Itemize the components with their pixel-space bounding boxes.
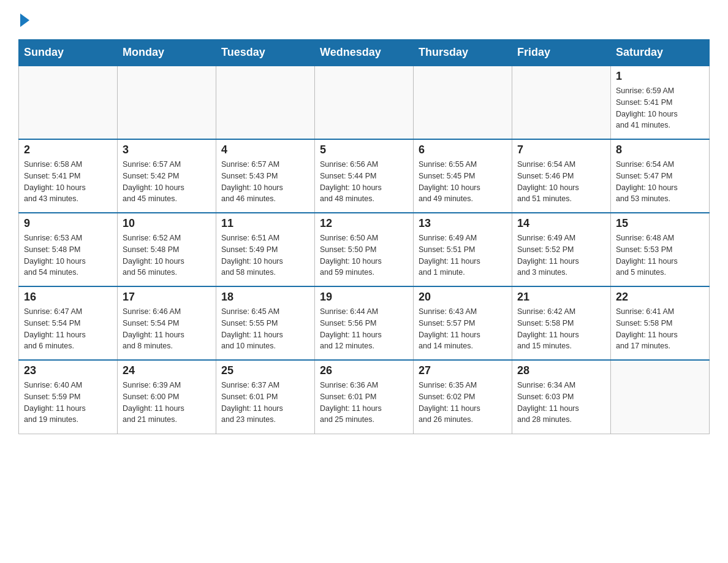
calendar-cell: 1Sunrise: 6:59 AM Sunset: 5:41 PM Daylig… (611, 66, 710, 139)
day-info: Sunrise: 6:42 AM Sunset: 5:58 PM Dayligh… (517, 306, 605, 352)
calendar-cell: 11Sunrise: 6:51 AM Sunset: 5:49 PM Dayli… (216, 213, 315, 286)
day-number: 16 (24, 291, 112, 304)
day-number: 6 (419, 144, 507, 156)
calendar-cell: 26Sunrise: 6:36 AM Sunset: 6:01 PM Dayli… (315, 360, 414, 434)
day-number: 14 (517, 217, 605, 230)
calendar-cell (611, 360, 710, 434)
calendar-cell: 7Sunrise: 6:54 AM Sunset: 5:46 PM Daylig… (512, 139, 611, 213)
weekday-header-row: SundayMondayTuesdayWednesdayThursdayFrid… (19, 40, 710, 66)
day-info: Sunrise: 6:35 AM Sunset: 6:02 PM Dayligh… (419, 380, 507, 426)
weekday-header-friday: Friday (512, 40, 611, 66)
day-info: Sunrise: 6:51 AM Sunset: 5:49 PM Dayligh… (221, 232, 309, 278)
day-number: 20 (419, 291, 507, 304)
day-info: Sunrise: 6:45 AM Sunset: 5:55 PM Dayligh… (221, 306, 309, 352)
calendar-cell: 17Sunrise: 6:46 AM Sunset: 5:54 PM Dayli… (118, 286, 216, 360)
calendar-cell: 12Sunrise: 6:50 AM Sunset: 5:50 PM Dayli… (315, 213, 414, 286)
calendar-cell: 9Sunrise: 6:53 AM Sunset: 5:48 PM Daylig… (19, 213, 118, 286)
day-info: Sunrise: 6:44 AM Sunset: 5:56 PM Dayligh… (320, 306, 408, 352)
day-info: Sunrise: 6:40 AM Sunset: 5:59 PM Dayligh… (24, 380, 112, 426)
weekday-header-thursday: Thursday (414, 40, 512, 66)
calendar-week-1: 1Sunrise: 6:59 AM Sunset: 5:41 PM Daylig… (19, 66, 710, 139)
day-number: 1 (616, 70, 704, 83)
calendar-cell (216, 66, 315, 139)
calendar-cell: 5Sunrise: 6:56 AM Sunset: 5:44 PM Daylig… (315, 139, 414, 213)
day-number: 28 (517, 364, 605, 377)
day-info: Sunrise: 6:58 AM Sunset: 5:41 PM Dayligh… (24, 159, 112, 205)
calendar-cell: 6Sunrise: 6:55 AM Sunset: 5:45 PM Daylig… (414, 139, 512, 213)
calendar-week-2: 2Sunrise: 6:58 AM Sunset: 5:41 PM Daylig… (19, 139, 710, 213)
day-number: 9 (24, 217, 112, 230)
day-number: 10 (123, 217, 211, 230)
day-info: Sunrise: 6:37 AM Sunset: 6:01 PM Dayligh… (221, 380, 309, 426)
calendar-table: SundayMondayTuesdayWednesdayThursdayFrid… (18, 39, 710, 434)
weekday-header-tuesday: Tuesday (216, 40, 315, 66)
weekday-header-sunday: Sunday (19, 40, 118, 66)
day-info: Sunrise: 6:47 AM Sunset: 5:54 PM Dayligh… (24, 306, 112, 352)
calendar-cell: 2Sunrise: 6:58 AM Sunset: 5:41 PM Daylig… (19, 139, 118, 213)
day-number: 24 (123, 364, 211, 377)
day-number: 2 (24, 144, 112, 156)
day-number: 15 (616, 217, 704, 230)
calendar-cell: 10Sunrise: 6:52 AM Sunset: 5:48 PM Dayli… (118, 213, 216, 286)
day-info: Sunrise: 6:49 AM Sunset: 5:51 PM Dayligh… (419, 232, 507, 278)
day-number: 18 (221, 291, 309, 304)
calendar-cell: 28Sunrise: 6:34 AM Sunset: 6:03 PM Dayli… (512, 360, 611, 434)
day-info: Sunrise: 6:41 AM Sunset: 5:58 PM Dayligh… (616, 306, 704, 352)
day-info: Sunrise: 6:52 AM Sunset: 5:48 PM Dayligh… (123, 232, 211, 278)
calendar-week-3: 9Sunrise: 6:53 AM Sunset: 5:48 PM Daylig… (19, 213, 710, 286)
day-number: 13 (419, 217, 507, 230)
day-info: Sunrise: 6:50 AM Sunset: 5:50 PM Dayligh… (320, 232, 408, 278)
day-number: 23 (24, 364, 112, 377)
calendar-cell: 20Sunrise: 6:43 AM Sunset: 5:57 PM Dayli… (414, 286, 512, 360)
calendar-cell: 16Sunrise: 6:47 AM Sunset: 5:54 PM Dayli… (19, 286, 118, 360)
day-info: Sunrise: 6:46 AM Sunset: 5:54 PM Dayligh… (123, 306, 211, 352)
calendar-cell: 4Sunrise: 6:57 AM Sunset: 5:43 PM Daylig… (216, 139, 315, 213)
day-info: Sunrise: 6:39 AM Sunset: 6:00 PM Dayligh… (123, 380, 211, 426)
day-number: 17 (123, 291, 211, 304)
calendar-cell: 21Sunrise: 6:42 AM Sunset: 5:58 PM Dayli… (512, 286, 611, 360)
day-number: 12 (320, 217, 408, 230)
day-info: Sunrise: 6:36 AM Sunset: 6:01 PM Dayligh… (320, 380, 408, 426)
day-number: 27 (419, 364, 507, 377)
calendar-cell: 25Sunrise: 6:37 AM Sunset: 6:01 PM Dayli… (216, 360, 315, 434)
page-header (18, 12, 710, 27)
calendar-cell: 15Sunrise: 6:48 AM Sunset: 5:53 PM Dayli… (611, 213, 710, 286)
logo (18, 12, 29, 27)
calendar-cell (118, 66, 216, 139)
calendar-cell (315, 66, 414, 139)
calendar-cell: 27Sunrise: 6:35 AM Sunset: 6:02 PM Dayli… (414, 360, 512, 434)
day-info: Sunrise: 6:43 AM Sunset: 5:57 PM Dayligh… (419, 306, 507, 352)
day-number: 7 (517, 144, 605, 156)
weekday-header-monday: Monday (118, 40, 216, 66)
day-number: 21 (517, 291, 605, 304)
calendar-cell: 14Sunrise: 6:49 AM Sunset: 5:52 PM Dayli… (512, 213, 611, 286)
calendar-cell (414, 66, 512, 139)
calendar-cell: 23Sunrise: 6:40 AM Sunset: 5:59 PM Dayli… (19, 360, 118, 434)
weekday-header-wednesday: Wednesday (315, 40, 414, 66)
calendar-cell (512, 66, 611, 139)
calendar-cell: 24Sunrise: 6:39 AM Sunset: 6:00 PM Dayli… (118, 360, 216, 434)
day-info: Sunrise: 6:57 AM Sunset: 5:43 PM Dayligh… (221, 159, 309, 205)
calendar-cell (19, 66, 118, 139)
day-info: Sunrise: 6:34 AM Sunset: 6:03 PM Dayligh… (517, 380, 605, 426)
day-info: Sunrise: 6:53 AM Sunset: 5:48 PM Dayligh… (24, 232, 112, 278)
calendar-cell: 8Sunrise: 6:54 AM Sunset: 5:47 PM Daylig… (611, 139, 710, 213)
day-number: 3 (123, 144, 211, 156)
day-number: 19 (320, 291, 408, 304)
day-info: Sunrise: 6:57 AM Sunset: 5:42 PM Dayligh… (123, 159, 211, 205)
logo-arrow-icon (20, 13, 29, 27)
day-number: 8 (616, 144, 704, 156)
calendar-week-4: 16Sunrise: 6:47 AM Sunset: 5:54 PM Dayli… (19, 286, 710, 360)
day-number: 22 (616, 291, 704, 304)
calendar-week-5: 23Sunrise: 6:40 AM Sunset: 5:59 PM Dayli… (19, 360, 710, 434)
day-info: Sunrise: 6:54 AM Sunset: 5:47 PM Dayligh… (616, 159, 704, 205)
day-info: Sunrise: 6:56 AM Sunset: 5:44 PM Dayligh… (320, 159, 408, 205)
calendar-cell: 19Sunrise: 6:44 AM Sunset: 5:56 PM Dayli… (315, 286, 414, 360)
day-info: Sunrise: 6:59 AM Sunset: 5:41 PM Dayligh… (616, 85, 704, 131)
day-number: 25 (221, 364, 309, 377)
calendar-cell: 3Sunrise: 6:57 AM Sunset: 5:42 PM Daylig… (118, 139, 216, 213)
day-number: 5 (320, 144, 408, 156)
day-number: 26 (320, 364, 408, 377)
calendar-cell: 22Sunrise: 6:41 AM Sunset: 5:58 PM Dayli… (611, 286, 710, 360)
calendar-cell: 13Sunrise: 6:49 AM Sunset: 5:51 PM Dayli… (414, 213, 512, 286)
